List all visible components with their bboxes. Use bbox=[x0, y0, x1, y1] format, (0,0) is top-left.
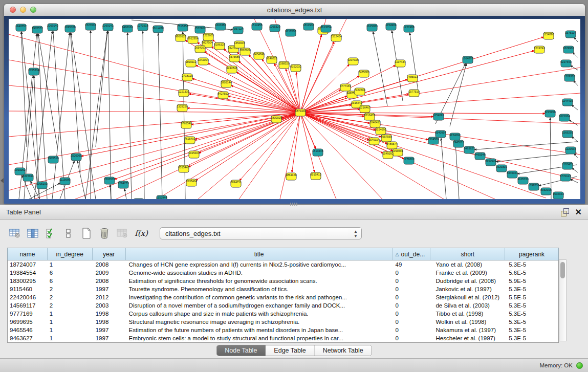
graph-node[interactable]: 8346021 bbox=[507, 171, 517, 178]
graph-node[interactable]: 1915403 bbox=[188, 151, 199, 158]
graph-node[interactable]: 7357224 bbox=[232, 27, 243, 34]
graph-node[interactable]: 1329220 bbox=[177, 104, 187, 112]
graph-node[interactable]: 1103405 bbox=[562, 162, 573, 169]
graph-node[interactable]: 1154890 bbox=[543, 32, 554, 39]
graph-node[interactable]: 1095328 bbox=[64, 25, 75, 32]
graph-node[interactable]: 8694711 bbox=[230, 180, 241, 187]
tab-edge-table[interactable]: Edge Table bbox=[265, 345, 314, 356]
graph-node[interactable]: 1219743 bbox=[534, 46, 545, 53]
table-row[interactable]: 946362711997Embryonic stem cells: a mode… bbox=[8, 334, 558, 342]
graph-node[interactable]: 9762540 bbox=[181, 121, 191, 128]
graph-node[interactable]: 8216478 bbox=[364, 113, 375, 120]
graph-node[interactable]: 1572902 bbox=[194, 26, 205, 33]
graph-node[interactable]: 1152944 bbox=[156, 195, 167, 199]
graph-node[interactable]: 1812930 bbox=[303, 23, 314, 30]
graph-node[interactable]: 1244415 bbox=[562, 99, 573, 106]
graph-node[interactable]: 1872400 bbox=[295, 109, 306, 116]
graph-node[interactable]: 2945012 bbox=[453, 140, 464, 147]
float-panel-icon[interactable] bbox=[561, 208, 569, 216]
graph-node[interactable]: 8912954 bbox=[187, 36, 198, 43]
graph-node[interactable]: 8186328 bbox=[214, 42, 225, 50]
graph-node[interactable]: 9154091 bbox=[433, 113, 444, 120]
graph-node[interactable]: 1099691 bbox=[392, 149, 403, 156]
table-row[interactable]: 1872400712008Changes of HCN gene express… bbox=[8, 260, 558, 269]
graph-node[interactable]: 2069141 bbox=[102, 24, 113, 31]
graph-node[interactable]: 1221333 bbox=[178, 90, 189, 97]
table-selector-dropdown[interactable]: citations_edges.txt ▲▼ bbox=[160, 227, 362, 239]
graph-node[interactable]: 1905519 bbox=[48, 156, 58, 163]
graph-node[interactable]: 9890112 bbox=[185, 60, 196, 67]
table-row[interactable]: 977716911998Corpus callosum shape and si… bbox=[8, 310, 558, 318]
graph-node[interactable]: 2069140 bbox=[47, 24, 58, 31]
graph-node[interactable]: 9154092 bbox=[449, 133, 460, 140]
column-header-out_de[interactable]: △out_de... bbox=[393, 248, 431, 260]
graph-node[interactable]: 1065329 bbox=[269, 25, 280, 32]
graph-node[interactable]: 1071918 bbox=[137, 24, 148, 31]
graph-node[interactable]: 9465546 bbox=[474, 152, 485, 160]
graph-node[interactable]: 7515358 bbox=[177, 24, 188, 31]
graph-node[interactable]: 9860128 bbox=[175, 34, 186, 41]
graph-node[interactable]: 1506535 bbox=[104, 177, 115, 184]
graph-node[interactable]: 1221988 bbox=[403, 25, 414, 32]
new-table-icon[interactable] bbox=[80, 227, 93, 240]
graph-node[interactable]: 8454749 bbox=[253, 52, 264, 59]
graph-node[interactable]: 3489574 bbox=[386, 142, 397, 149]
graph-node[interactable]: 2718120 bbox=[182, 74, 192, 81]
column-header-title[interactable]: title bbox=[126, 248, 393, 260]
graph-node[interactable]: 1664878 bbox=[462, 56, 473, 63]
graph-node[interactable]: 9154691 bbox=[375, 127, 386, 135]
graph-node[interactable]: 7485013 bbox=[407, 75, 418, 82]
graph-node[interactable]: 1154909 bbox=[385, 23, 396, 30]
graph-node[interactable]: 9463627 bbox=[464, 146, 474, 154]
graph-node[interactable]: 8215958 bbox=[545, 110, 555, 117]
graph-node[interactable]: 1216467 bbox=[359, 105, 370, 113]
graph-node[interactable]: 1046412 bbox=[369, 120, 380, 127]
graph-node[interactable]: 9777169 bbox=[340, 84, 351, 91]
graph-node[interactable]: 9207325 bbox=[347, 58, 358, 65]
graph-node[interactable]: 1220634 bbox=[565, 147, 576, 154]
graph-node[interactable]: 1621064 bbox=[559, 114, 570, 121]
graph-node[interactable]: 7525403 bbox=[133, 199, 144, 199]
graph-node[interactable]: 1603380 bbox=[215, 23, 226, 30]
graph-node[interactable]: 8515413 bbox=[310, 172, 321, 180]
graph-node[interactable]: 9242848 bbox=[226, 66, 237, 73]
network-graph-canvas[interactable]: 1872400986012889129541222605982750416543… bbox=[9, 19, 580, 199]
graph-node[interactable]: 1549324 bbox=[368, 138, 379, 145]
graph-node[interactable]: 8932015 bbox=[540, 188, 551, 195]
graph-node[interactable]: 8613054 bbox=[320, 25, 331, 32]
graph-node[interactable]: 9861128 bbox=[286, 173, 296, 180]
graph-node[interactable]: 1513445 bbox=[312, 149, 323, 156]
graph-node[interactable]: 1514509 bbox=[428, 137, 439, 144]
graph-node[interactable]: 1279302 bbox=[403, 157, 414, 164]
graph-node[interactable]: 1099231 bbox=[528, 183, 539, 190]
column-header-pagerank[interactable]: pagerank bbox=[505, 248, 558, 260]
graph-node[interactable]: 7635404 bbox=[186, 179, 197, 186]
graph-node[interactable]: 1549392 bbox=[382, 151, 393, 159]
graph-node[interactable]: 2526065 bbox=[71, 154, 81, 161]
graph-node[interactable]: 1512455 bbox=[251, 23, 262, 30]
graph-node[interactable]: 8322032 bbox=[290, 64, 301, 72]
graph-node[interactable]: 1940557 bbox=[15, 24, 26, 31]
table-settings-icon[interactable] bbox=[8, 227, 21, 240]
tab-network-table[interactable]: Network Table bbox=[314, 345, 372, 356]
graph-node[interactable]: 1354645 bbox=[234, 41, 245, 48]
table-row[interactable]: 1830029562008Estimation of significance … bbox=[8, 277, 558, 285]
rows-icon[interactable] bbox=[62, 227, 75, 240]
graph-node[interactable]: 1629301 bbox=[496, 165, 507, 172]
column-header-year[interactable]: year bbox=[93, 248, 126, 260]
table-row[interactable]: 1456911722003Disruption of a novel membe… bbox=[8, 301, 558, 310]
graph-node[interactable]: 1527602 bbox=[85, 23, 96, 30]
graph-node[interactable]: 1197434 bbox=[395, 60, 405, 67]
network-window-titlebar[interactable]: citations_edges.txt bbox=[4, 4, 585, 16]
graph-node[interactable]: 9375685 bbox=[229, 55, 239, 62]
graph-node[interactable]: 2242004 bbox=[198, 58, 208, 65]
table-row[interactable]: 1938455462009Genome-wide association stu… bbox=[8, 269, 558, 277]
graph-node[interactable]: 9146821 bbox=[266, 56, 277, 63]
scrollbar-thumb[interactable] bbox=[560, 262, 565, 278]
graph-node[interactable]: 5905193 bbox=[36, 182, 47, 189]
graph-node[interactable]: 1905572 bbox=[32, 26, 42, 33]
select-columns-icon[interactable] bbox=[26, 227, 39, 240]
table-row[interactable]: 969969511998Structural magnetic resonanc… bbox=[8, 318, 558, 326]
column-header-name[interactable]: name bbox=[8, 248, 48, 260]
table-row[interactable]: 911546021997Tourette syndrome. Phenomeno… bbox=[8, 285, 558, 293]
